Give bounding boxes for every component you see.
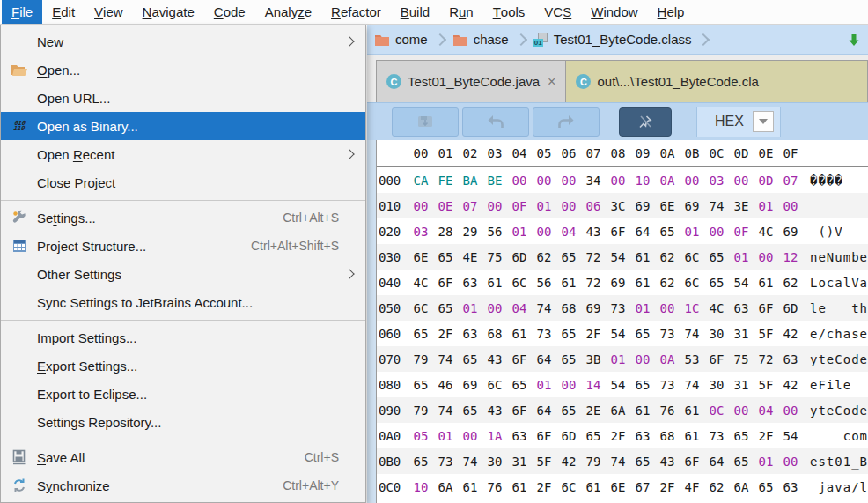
hex-byte[interactable]: 65	[556, 403, 581, 418]
hex-byte[interactable]: 6A	[729, 480, 754, 494]
hex-byte[interactable]: 31	[729, 327, 754, 341]
hex-byte[interactable]: 30	[704, 327, 729, 341]
hex-ascii[interactable]: come	[805, 423, 868, 448]
redo-button[interactable]	[533, 107, 600, 137]
view-mode-dropdown-button[interactable]	[753, 111, 774, 132]
hex-byte[interactable]: 01	[729, 250, 754, 264]
hex-byte[interactable]: 61	[630, 276, 655, 290]
hex-ascii[interactable]	[805, 193, 868, 218]
hex-byte[interactable]: 30	[704, 378, 729, 392]
hex-byte[interactable]: 54	[606, 250, 630, 264]
menu-item-export-settings[interactable]: Export Settings...	[1, 351, 365, 380]
menu-item-settings-repository[interactable]: Settings Repository...	[1, 408, 365, 436]
hex-ascii[interactable]: ()V C	[805, 218, 868, 244]
hex-byte[interactable]: 67	[630, 480, 655, 494]
hex-byte[interactable]: 62	[532, 250, 556, 264]
hex-byte[interactable]: 6D	[507, 250, 532, 264]
menubar-item-vcs[interactable]: VCS	[534, 0, 581, 24]
hex-byte[interactable]: 64	[532, 352, 556, 366]
hex-byte[interactable]: 65	[729, 455, 754, 469]
hex-byte[interactable]: 2F	[581, 327, 606, 341]
hex-byte[interactable]: 0F	[507, 199, 532, 213]
hex-byte[interactable]: 6D	[778, 301, 803, 315]
hex-byte[interactable]: 6F	[606, 225, 630, 239]
hex-byte[interactable]: 6E	[606, 480, 630, 494]
hex-byte[interactable]: 68	[556, 301, 581, 315]
menubar-item-view[interactable]: View	[85, 0, 133, 24]
hex-byte[interactable]: 46	[433, 378, 458, 392]
hex-byte[interactable]: 65	[729, 429, 754, 443]
hex-byte[interactable]: 65	[704, 276, 729, 290]
hex-byte[interactable]: 75	[729, 352, 754, 366]
hex-byte[interactable]: 74	[532, 301, 556, 315]
hex-byte[interactable]: 3B	[581, 352, 606, 366]
hex-byte[interactable]: 00	[556, 199, 581, 213]
hex-byte[interactable]: 6A	[433, 480, 458, 494]
menu-item-other-settings[interactable]: Other Settings	[1, 260, 365, 288]
hex-byte[interactable]: 65	[556, 250, 581, 264]
hex-byte[interactable]: 04	[556, 225, 581, 239]
hex-byte[interactable]: 61	[630, 250, 655, 264]
hex-byte[interactable]: 42	[778, 378, 803, 392]
hex-byte[interactable]: 74	[458, 455, 482, 469]
menu-item-open[interactable]: Open...	[1, 55, 365, 84]
hex-byte[interactable]: 65	[556, 352, 581, 366]
hex-byte[interactable]: 68	[482, 327, 507, 341]
menubar-item-code[interactable]: Code	[204, 0, 255, 24]
hex-byte[interactable]: 6F	[507, 352, 532, 366]
hex-byte[interactable]: 6D	[556, 429, 581, 443]
hex-byte[interactable]: 72	[581, 276, 606, 290]
hex-byte[interactable]: 65	[458, 403, 482, 418]
menubar-item-window[interactable]: Window	[581, 0, 647, 24]
hex-byte[interactable]: 61	[630, 403, 655, 418]
menubar-item-file[interactable]: File	[2, 0, 42, 24]
hex-byte[interactable]: 61	[507, 327, 532, 341]
hex-byte[interactable]: 0F	[729, 225, 754, 239]
hex-byte[interactable]: 00	[778, 455, 803, 469]
hex-byte[interactable]: 28	[433, 225, 458, 239]
hex-byte[interactable]: 75	[482, 250, 507, 264]
menu-item-synchronize[interactable]: SynchronizeCtrl+Alt+Y	[1, 471, 365, 499]
hex-byte[interactable]: 79	[581, 455, 606, 469]
hex-byte[interactable]: 00	[704, 225, 729, 239]
hex-byte[interactable]: 79	[408, 403, 433, 418]
hex-byte[interactable]: 04	[507, 301, 532, 315]
hex-viewer-gutter[interactable]	[367, 140, 376, 503]
hex-byte[interactable]: 6C	[408, 301, 433, 315]
hex-byte[interactable]: 34	[581, 174, 606, 188]
menubar-item-analyze[interactable]: Analyze	[255, 0, 321, 24]
menu-item-open-url[interactable]: Open URL...	[1, 84, 365, 112]
hex-byte[interactable]: 00	[482, 199, 507, 213]
hex-byte[interactable]: 65	[556, 327, 581, 341]
menu-item-close-project[interactable]: Close Project	[1, 168, 365, 196]
hex-byte[interactable]: 01	[630, 301, 655, 315]
hex-byte[interactable]: 63	[778, 480, 803, 494]
hex-byte[interactable]: 73	[655, 327, 680, 341]
hex-byte[interactable]: 00	[458, 429, 482, 443]
close-icon[interactable]: ×	[548, 76, 555, 88]
hex-byte[interactable]: 61	[556, 276, 581, 290]
hex-byte[interactable]: 03	[408, 225, 433, 239]
hex-byte[interactable]: 4F	[680, 480, 704, 494]
hex-byte[interactable]: 68	[655, 429, 680, 443]
hex-byte[interactable]: 73	[433, 455, 458, 469]
hex-byte[interactable]: 6C	[680, 276, 704, 290]
hex-byte[interactable]: 31	[507, 455, 532, 469]
hex-byte[interactable]: 4C	[704, 301, 729, 315]
editor-tab-test01-bytecode-java[interactable]: CTest01_ByteCode.java×	[376, 60, 566, 102]
hex-byte[interactable]: 54	[729, 276, 754, 290]
hex-byte[interactable]: 69	[778, 225, 803, 239]
hex-byte[interactable]: 00	[556, 174, 581, 188]
hex-byte[interactable]: 00	[778, 199, 803, 213]
hex-byte[interactable]: 73	[704, 429, 729, 443]
hex-byte[interactable]: 43	[482, 403, 507, 418]
pin-toggle-button[interactable]	[619, 107, 672, 137]
hex-ascii[interactable]: e/chase/	[805, 321, 868, 346]
hex-byte[interactable]: 79	[408, 352, 433, 366]
hex-byte[interactable]: 6F	[507, 403, 532, 418]
hex-byte[interactable]: 61	[581, 480, 606, 494]
hex-byte[interactable]: 54	[606, 378, 630, 392]
hex-ascii[interactable]: yteCode.	[805, 397, 868, 423]
hex-byte[interactable]: 01	[507, 225, 532, 239]
hex-byte[interactable]: 62	[655, 250, 680, 264]
